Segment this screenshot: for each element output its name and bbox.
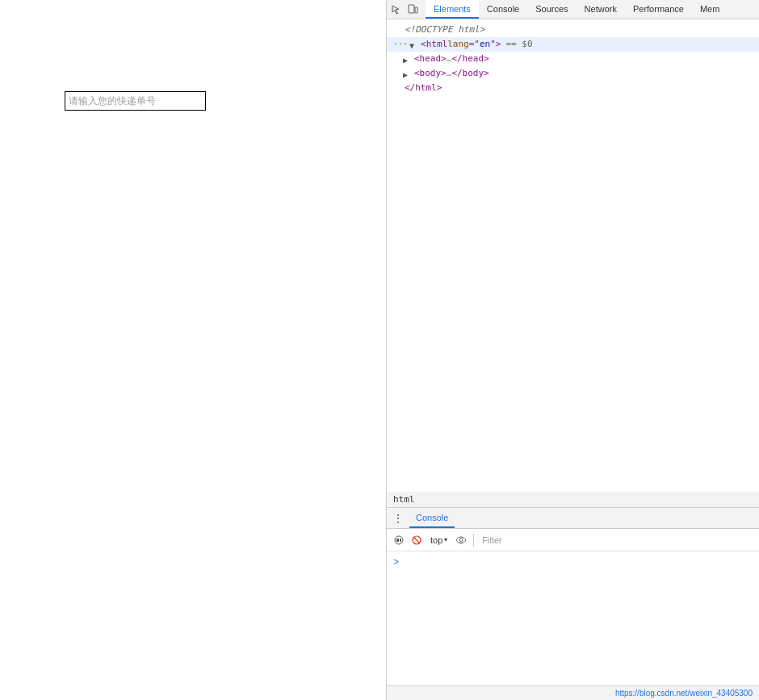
html-close-tag-line: </html> bbox=[387, 81, 759, 95]
doctype-text: <!DOCTYPE html> bbox=[405, 23, 484, 36]
tracking-number-input[interactable] bbox=[65, 91, 206, 111]
dollar-zero-indicator: == $0 bbox=[505, 38, 532, 51]
tab-performance[interactable]: Performance bbox=[625, 0, 692, 19]
console-output: > bbox=[387, 551, 759, 685]
html-attr-val: en bbox=[480, 38, 490, 51]
tab-sources[interactable]: Sources bbox=[527, 0, 576, 19]
filter-separator bbox=[473, 534, 474, 547]
html-attr-eq: =" bbox=[469, 38, 480, 51]
status-url-link[interactable]: https://blog.csdn.net/weixin_43405300 bbox=[615, 689, 753, 698]
head-tag-line[interactable]: <head>…</head> bbox=[387, 52, 759, 66]
console-tabs-bar: ⋮ Console bbox=[387, 508, 759, 529]
svg-line-6 bbox=[414, 537, 420, 543]
html-attr-lang: lang bbox=[447, 38, 469, 51]
html-open-tag: <html bbox=[421, 38, 447, 51]
elements-panel: ▶ <!DOCTYPE html> ··· <html lang="en"> =… bbox=[387, 19, 759, 492]
devtools-toolbar: Elements Console Sources Network Perform… bbox=[387, 0, 759, 19]
devtools-tabs: Elements Console Sources Network Perform… bbox=[426, 0, 756, 19]
webpage-panel bbox=[0, 0, 386, 700]
body-tag-line[interactable]: <body>…</body> bbox=[387, 66, 759, 81]
doctype-line: ▶ <!DOCTYPE html> bbox=[387, 23, 759, 37]
console-filter-input[interactable] bbox=[479, 534, 754, 547]
console-toolbar: top ▾ bbox=[387, 529, 759, 551]
eye-icon[interactable] bbox=[454, 533, 468, 547]
head-close-tag: </head> bbox=[451, 52, 489, 65]
html-close-tag: </html> bbox=[405, 82, 442, 94]
context-dropdown-arrow: ▾ bbox=[444, 536, 447, 543]
inspect-icon[interactable] bbox=[390, 3, 403, 16]
body-close-tag: </body> bbox=[451, 67, 489, 80]
device-toggle-icon[interactable] bbox=[406, 3, 419, 16]
svg-rect-4 bbox=[400, 539, 401, 542]
status-bar: https://blog.csdn.net/weixin_43405300 bbox=[387, 685, 759, 700]
console-menu-icon[interactable]: ⋮ bbox=[390, 510, 406, 526]
html-close-bracket: "> bbox=[490, 38, 501, 51]
console-prompt-symbol: > bbox=[393, 556, 399, 568]
devtools-panel: Elements Console Sources Network Perform… bbox=[386, 0, 759, 700]
console-tab-console[interactable]: Console bbox=[409, 508, 455, 528]
svg-rect-1 bbox=[415, 7, 417, 13]
devtools-toolbar-icons bbox=[390, 3, 419, 16]
breadcrumb-bar: html bbox=[387, 492, 759, 508]
clear-console-button[interactable] bbox=[409, 533, 424, 547]
svg-rect-3 bbox=[396, 539, 399, 542]
body-expand-arrow[interactable] bbox=[403, 69, 413, 78]
tab-elements[interactable]: Elements bbox=[426, 0, 479, 19]
head-expand-arrow[interactable] bbox=[403, 54, 413, 64]
body-ellipsis: … bbox=[447, 67, 452, 80]
body-tag: <body> bbox=[414, 67, 447, 80]
svg-point-7 bbox=[459, 539, 463, 542]
console-prompt-line: > bbox=[393, 555, 753, 569]
execute-button[interactable] bbox=[392, 533, 406, 547]
head-ellipsis: … bbox=[447, 52, 452, 65]
tab-console[interactable]: Console bbox=[479, 0, 527, 19]
tab-memory[interactable]: Mem bbox=[692, 0, 728, 19]
console-area: ⋮ Console bbox=[387, 508, 759, 685]
breadcrumb-html[interactable]: html bbox=[393, 494, 415, 505]
tab-network[interactable]: Network bbox=[577, 0, 625, 19]
head-tag: <head> bbox=[414, 52, 447, 65]
html-expand-arrow[interactable] bbox=[409, 40, 419, 49]
context-selector[interactable]: top ▾ bbox=[427, 534, 451, 547]
ellipsis-indicator: ··· bbox=[393, 38, 408, 51]
svg-rect-0 bbox=[409, 5, 414, 13]
html-tag-line[interactable]: ··· <html lang="en"> == $0 bbox=[387, 37, 759, 52]
